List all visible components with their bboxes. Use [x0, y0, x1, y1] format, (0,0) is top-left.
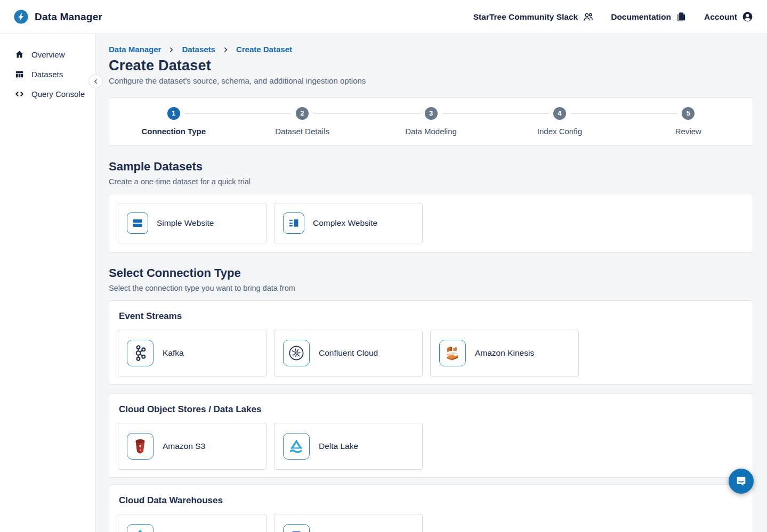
connection-card-amazon-kinesis[interactable]: Amazon Kinesis [430, 330, 579, 377]
chat-launcher-button[interactable] [729, 469, 754, 494]
step-label: Review [624, 127, 753, 136]
connection-card-amazon-s3[interactable]: Amazon S3 [118, 423, 267, 470]
snowflake-icon [132, 529, 149, 532]
connection-card-google-bigquery[interactable]: Google BigQuery [274, 514, 423, 532]
sidebar-item-overview[interactable]: Overview [0, 45, 95, 64]
sidebar-item-label: Overview [31, 50, 65, 59]
sidebar-item-query-console[interactable]: Query Console [0, 84, 95, 104]
connection-groups: Event StreamsKafkaConfluent CloudAmazon … [109, 300, 753, 532]
card-label: Simple Website [157, 218, 214, 228]
step-data-modeling: 3Data Modeling [367, 107, 495, 145]
app-title: Data Manager [35, 11, 102, 23]
icon-box [127, 433, 154, 460]
connection-card-kafka[interactable]: Kafka [118, 330, 267, 377]
sidebar-item-label: Query Console [31, 89, 85, 99]
select-connection-type-subtitle: Select the connection type you want to b… [109, 283, 753, 293]
header-link-label: StarTree Community Slack [473, 12, 578, 22]
card-label: Amazon S3 [163, 441, 205, 451]
page-subtitle: Configure the dataset's source, schema, … [109, 76, 753, 86]
home-icon [14, 50, 25, 60]
confluent-icon [288, 345, 305, 362]
step-label: Data Modeling [367, 127, 495, 136]
step-dataset-details: 2Dataset Details [238, 107, 366, 145]
startree-logo-icon [14, 10, 28, 24]
code-icon [14, 89, 25, 99]
sample-card-complex-website[interactable]: Complex Website [274, 203, 423, 243]
breadcrumb-item-create-dataset[interactable]: Create Dataset [236, 45, 292, 54]
complex-website-icon [287, 216, 301, 230]
app-root: Data Manager StarTree Community SlackDoc… [0, 0, 767, 532]
header-link-label: Account [704, 12, 737, 22]
group-title: Cloud Object Stores / Data Lakes [119, 404, 744, 415]
header-links: StarTree Community SlackDocumentationAcc… [473, 11, 753, 22]
stepper: 1Connection Type2Dataset Details3Data Mo… [109, 97, 753, 146]
sidebar-collapse-button[interactable] [88, 74, 103, 88]
connection-group-cloud-data-warehouses: Cloud Data WarehousesSnowflakeGoogle Big… [109, 485, 753, 532]
table-icon [14, 69, 25, 79]
kinesis-icon [444, 345, 461, 362]
icon-box [439, 340, 466, 366]
icon-box [283, 433, 310, 460]
account-icon [742, 11, 753, 22]
breadcrumb: Data ManagerDatasetsCreate Dataset [109, 45, 753, 54]
step-label: Index Config [495, 127, 624, 136]
group-title: Cloud Data Warehouses [119, 495, 744, 506]
step-number: 5 [682, 107, 695, 120]
chevron-right-icon [168, 46, 175, 53]
breadcrumb-item-data-manager[interactable]: Data Manager [109, 45, 161, 54]
step-connection-type[interactable]: 1Connection Type [109, 107, 238, 145]
select-connection-type-title: Select Connection Type [109, 266, 753, 280]
sidebar-item-label: Datasets [31, 70, 63, 79]
group-cards: SnowflakeGoogle BigQuery [118, 514, 744, 532]
chevron-left-icon [92, 77, 100, 86]
sidebar: OverviewDatasetsQuery Console [0, 34, 96, 532]
body-row: OverviewDatasetsQuery Console Data Manag… [0, 34, 767, 532]
step-number: 3 [425, 107, 438, 120]
step-number: 4 [553, 107, 566, 120]
bigquery-icon [288, 529, 305, 532]
sidebar-nav: OverviewDatasetsQuery Console [0, 45, 95, 104]
icon-box [127, 212, 148, 234]
header-link-label: Documentation [611, 12, 671, 22]
icon-box [283, 524, 310, 532]
header-link-account[interactable]: Account [704, 11, 753, 22]
group-cards: KafkaConfluent CloudAmazon Kinesis [118, 330, 744, 377]
card-label: Kafka [163, 348, 184, 358]
sample-card-simple-website[interactable]: Simple Website [118, 203, 267, 243]
group-title: Event Streams [119, 310, 744, 322]
step-number: 2 [296, 107, 309, 120]
card-label: Complex Website [313, 218, 377, 228]
page-title: Create Dataset [109, 58, 753, 73]
step-index-config: 4Index Config [495, 107, 624, 145]
card-label: Amazon Kinesis [475, 348, 534, 358]
icon-box [283, 212, 304, 234]
main-content: Data ManagerDatasetsCreate Dataset Creat… [96, 34, 767, 532]
document-icon [676, 11, 687, 22]
icon-box [127, 524, 154, 532]
connection-card-confluent-cloud[interactable]: Confluent Cloud [274, 330, 423, 377]
connection-group-event-streams: Event StreamsKafkaConfluent CloudAmazon … [109, 300, 753, 384]
group-cards: Amazon S3Delta Lake [118, 423, 744, 470]
icon-box [127, 340, 154, 366]
step-review: 5Review [624, 107, 753, 145]
brand[interactable]: Data Manager [14, 10, 102, 24]
connection-card-delta-lake[interactable]: Delta Lake [274, 423, 423, 470]
sample-datasets-panel: Simple WebsiteComplex Website [109, 194, 753, 252]
header-link-documentation[interactable]: Documentation [611, 11, 687, 22]
s3-icon [132, 438, 149, 455]
header-link-startree-community-slack[interactable]: StarTree Community Slack [473, 11, 594, 22]
sidebar-item-datasets[interactable]: Datasets [0, 64, 95, 84]
step-label: Connection Type [109, 127, 238, 136]
delta-lake-icon [288, 438, 305, 455]
kafka-icon [132, 345, 149, 362]
card-label: Confluent Cloud [319, 348, 378, 358]
people-icon [583, 11, 594, 22]
card-label: Delta Lake [319, 441, 358, 451]
icon-box [283, 340, 310, 366]
connection-group-cloud-object-stores-data-lakes: Cloud Object Stores / Data LakesAmazon S… [109, 394, 753, 478]
breadcrumb-item-datasets[interactable]: Datasets [182, 45, 215, 54]
chevron-right-icon [222, 46, 229, 53]
connection-card-snowflake[interactable]: Snowflake [118, 514, 267, 532]
sample-datasets-title: Sample Datasets [109, 160, 753, 174]
top-header: Data Manager StarTree Community SlackDoc… [0, 0, 767, 34]
